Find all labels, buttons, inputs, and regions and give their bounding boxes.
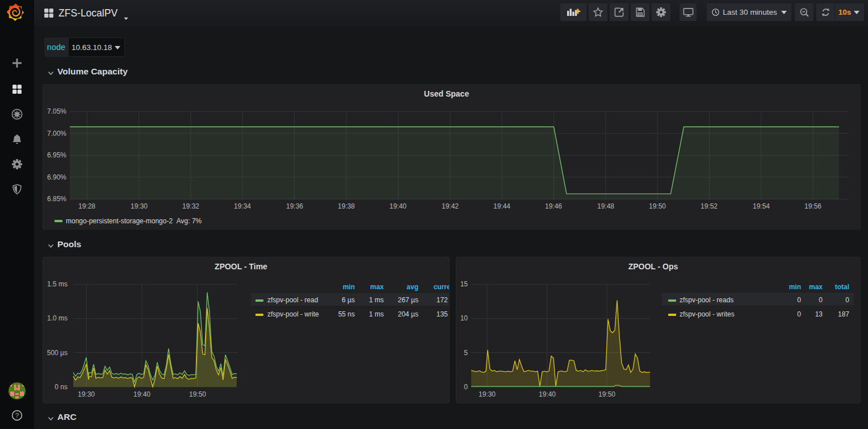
svg-text:?: ? — [15, 412, 19, 419]
